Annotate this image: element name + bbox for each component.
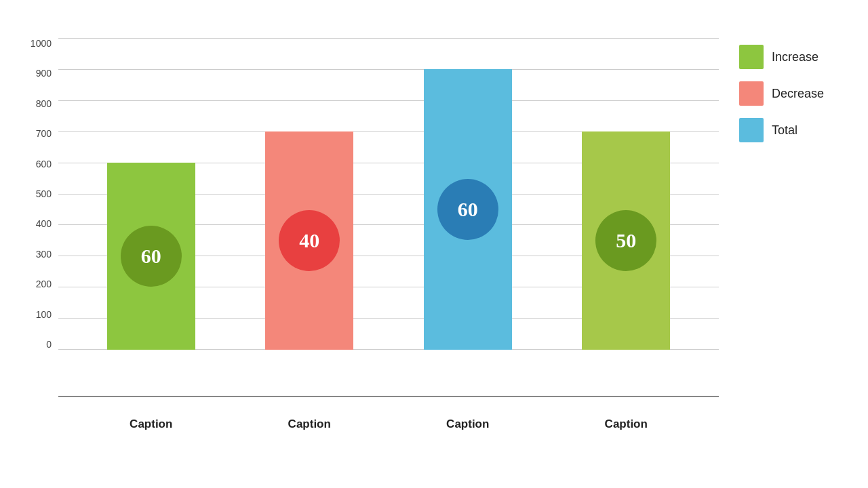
- chart-plot: 60406050 CaptionCaptionCaptionCaption: [58, 31, 719, 397]
- bar-1: 60: [107, 163, 195, 350]
- legend-item-increase: Increase: [739, 45, 841, 69]
- x-label-4: Caption: [582, 418, 670, 431]
- bar-value-2: 40: [279, 210, 340, 271]
- legend-label-total: Total: [772, 123, 797, 138]
- bar-3: 60: [424, 69, 512, 350]
- bar-group-4: 50: [582, 131, 670, 350]
- bar-2: 40: [265, 131, 353, 350]
- x-label-2: Caption: [265, 418, 353, 431]
- x-axis-line: [58, 396, 719, 397]
- y-axis: 01002003004005006007008009001000: [27, 38, 58, 350]
- y-axis-label: 100: [36, 309, 52, 320]
- bar-group-1: 60: [107, 163, 195, 350]
- bar-group-3: 60: [424, 69, 512, 350]
- y-axis-label: 500: [36, 188, 52, 199]
- y-axis-label: 600: [36, 159, 52, 169]
- bar-value-4: 50: [595, 210, 656, 271]
- bar-value-3: 60: [437, 179, 498, 240]
- x-labels: CaptionCaptionCaptionCaption: [58, 418, 719, 431]
- y-axis-label: 900: [36, 68, 52, 79]
- y-axis-label: 0: [46, 339, 52, 350]
- bar-group-2: 40: [265, 131, 353, 350]
- legend-label-increase: Increase: [772, 50, 818, 64]
- legend-color-increase: [739, 45, 764, 69]
- y-axis-label: 200: [36, 279, 52, 289]
- legend-item-total: Total: [739, 118, 841, 142]
- y-axis-label: 800: [36, 98, 52, 109]
- legend-color-decrease: [739, 81, 764, 106]
- y-axis-label: 700: [36, 128, 52, 139]
- y-axis-label: 300: [36, 249, 52, 260]
- legend-color-total: [739, 118, 764, 142]
- bars-area: 60406050: [58, 38, 719, 350]
- y-axis-label: 1000: [31, 38, 52, 49]
- bar-4: 50: [582, 131, 670, 350]
- legend: IncreaseDecreaseTotal: [719, 31, 841, 142]
- bar-value-1: 60: [121, 226, 182, 287]
- legend-item-decrease: Decrease: [739, 81, 841, 106]
- chart-area: 01002003004005006007008009001000 6040605…: [27, 31, 841, 431]
- legend-label-decrease: Decrease: [772, 87, 824, 101]
- y-axis-label: 400: [36, 218, 52, 229]
- x-label-3: Caption: [424, 418, 512, 431]
- x-label-1: Caption: [107, 418, 195, 431]
